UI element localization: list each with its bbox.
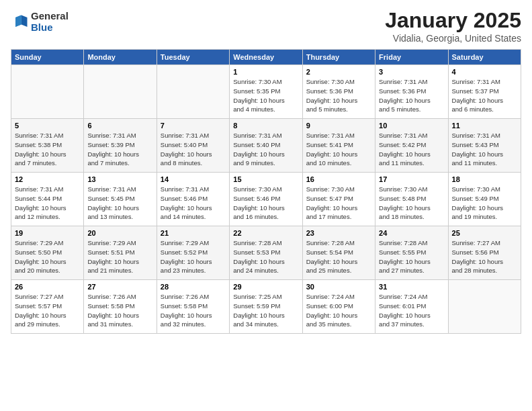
day-number: 22 — [233, 229, 298, 237]
day-info: Sunrise: 7:30 AMSunset: 5:46 PMDaylight:… — [233, 185, 298, 222]
day-number: 6 — [87, 122, 152, 130]
day-number: 30 — [306, 283, 371, 291]
calendar-header-friday: Friday — [375, 50, 448, 65]
day-info: Sunrise: 7:30 AMSunset: 5:35 PMDaylight:… — [233, 77, 298, 114]
day-number: 10 — [379, 122, 444, 130]
calendar-cell: 10Sunrise: 7:31 AMSunset: 5:42 PMDayligh… — [375, 119, 448, 173]
day-info: Sunrise: 7:31 AMSunset: 5:42 PMDaylight:… — [379, 131, 444, 168]
calendar-cell: 11Sunrise: 7:31 AMSunset: 5:43 PMDayligh… — [448, 119, 521, 173]
day-number: 2 — [306, 68, 371, 76]
day-info: Sunrise: 7:24 AMSunset: 6:01 PMDaylight:… — [379, 292, 444, 329]
calendar-cell: 1Sunrise: 7:30 AMSunset: 5:35 PMDaylight… — [230, 65, 302, 119]
day-info: Sunrise: 7:28 AMSunset: 5:53 PMDaylight:… — [233, 238, 298, 275]
calendar-header-saturday: Saturday — [448, 50, 521, 65]
day-number: 15 — [233, 175, 298, 183]
day-info: Sunrise: 7:29 AMSunset: 5:51 PMDaylight:… — [87, 238, 152, 275]
day-info: Sunrise: 7:30 AMSunset: 5:47 PMDaylight:… — [306, 185, 371, 222]
calendar-week-1: 1Sunrise: 7:30 AMSunset: 5:35 PMDaylight… — [11, 65, 521, 119]
calendar-header-sunday: Sunday — [11, 50, 84, 65]
day-number: 8 — [233, 122, 298, 130]
calendar-cell: 8Sunrise: 7:31 AMSunset: 5:40 PMDaylight… — [230, 119, 302, 173]
day-number: 7 — [161, 122, 226, 130]
day-info: Sunrise: 7:26 AMSunset: 5:58 PMDaylight:… — [161, 292, 226, 329]
logo-icon — [11, 13, 30, 32]
calendar-cell — [157, 65, 229, 119]
day-info: Sunrise: 7:31 AMSunset: 5:40 PMDaylight:… — [233, 131, 298, 168]
day-number: 3 — [379, 68, 444, 76]
calendar-cell: 25Sunrise: 7:27 AMSunset: 5:56 PMDayligh… — [448, 226, 521, 280]
day-info: Sunrise: 7:28 AMSunset: 5:54 PMDaylight:… — [306, 238, 371, 275]
calendar-cell: 14Sunrise: 7:31 AMSunset: 5:46 PMDayligh… — [157, 173, 229, 226]
day-number: 19 — [15, 229, 80, 237]
day-info: Sunrise: 7:31 AMSunset: 5:46 PMDaylight:… — [161, 185, 226, 222]
calendar-header-wednesday: Wednesday — [230, 50, 302, 65]
calendar-cell: 5Sunrise: 7:31 AMSunset: 5:38 PMDaylight… — [11, 119, 84, 173]
calendar-cell: 6Sunrise: 7:31 AMSunset: 5:39 PMDaylight… — [84, 119, 157, 173]
calendar-cell: 15Sunrise: 7:30 AMSunset: 5:46 PMDayligh… — [230, 173, 302, 226]
calendar-cell: 18Sunrise: 7:30 AMSunset: 5:49 PMDayligh… — [448, 173, 521, 226]
day-info: Sunrise: 7:31 AMSunset: 5:37 PMDaylight:… — [452, 77, 517, 114]
day-number: 16 — [306, 175, 371, 183]
day-number: 24 — [379, 229, 444, 237]
day-number: 17 — [379, 175, 444, 183]
calendar-cell — [448, 280, 521, 334]
day-number: 18 — [452, 175, 517, 183]
day-number: 21 — [161, 229, 226, 237]
page: General Blue January 2025 Vidalia, Georg… — [0, 0, 532, 411]
day-number: 12 — [15, 175, 80, 183]
calendar: SundayMondayTuesdayWednesdayThursdayFrid… — [11, 49, 521, 334]
calendar-cell: 16Sunrise: 7:30 AMSunset: 5:47 PMDayligh… — [302, 173, 375, 226]
calendar-week-5: 26Sunrise: 7:27 AMSunset: 5:57 PMDayligh… — [11, 280, 521, 334]
day-info: Sunrise: 7:31 AMSunset: 5:45 PMDaylight:… — [87, 185, 152, 222]
calendar-cell: 21Sunrise: 7:29 AMSunset: 5:52 PMDayligh… — [157, 226, 229, 280]
day-info: Sunrise: 7:31 AMSunset: 5:38 PMDaylight:… — [15, 131, 80, 168]
calendar-cell: 24Sunrise: 7:28 AMSunset: 5:55 PMDayligh… — [375, 226, 448, 280]
logo-blue: Blue — [31, 22, 69, 34]
day-number: 9 — [306, 122, 371, 130]
day-number: 29 — [233, 283, 298, 291]
calendar-cell: 9Sunrise: 7:31 AMSunset: 5:41 PMDaylight… — [302, 119, 375, 173]
calendar-cell: 17Sunrise: 7:30 AMSunset: 5:48 PMDayligh… — [375, 173, 448, 226]
title-block: January 2025 Vidalia, Georgia, United St… — [385, 8, 521, 44]
day-number: 25 — [452, 229, 517, 237]
calendar-week-3: 12Sunrise: 7:31 AMSunset: 5:44 PMDayligh… — [11, 173, 521, 226]
day-info: Sunrise: 7:31 AMSunset: 5:36 PMDaylight:… — [379, 77, 444, 114]
day-info: Sunrise: 7:29 AMSunset: 5:52 PMDaylight:… — [161, 238, 226, 275]
day-number: 1 — [233, 68, 298, 76]
day-number: 23 — [306, 229, 371, 237]
calendar-cell: 20Sunrise: 7:29 AMSunset: 5:51 PMDayligh… — [84, 226, 157, 280]
day-info: Sunrise: 7:29 AMSunset: 5:50 PMDaylight:… — [15, 238, 80, 275]
calendar-header-row: SundayMondayTuesdayWednesdayThursdayFrid… — [11, 50, 521, 65]
svg-marker-0 — [21, 15, 28, 27]
day-number: 11 — [452, 122, 517, 130]
day-number: 5 — [15, 122, 80, 130]
svg-marker-2 — [15, 15, 21, 27]
calendar-cell: 19Sunrise: 7:29 AMSunset: 5:50 PMDayligh… — [11, 226, 84, 280]
day-info: Sunrise: 7:26 AMSunset: 5:58 PMDaylight:… — [87, 292, 152, 329]
day-number: 14 — [161, 175, 226, 183]
day-number: 26 — [15, 283, 80, 291]
day-info: Sunrise: 7:30 AMSunset: 5:49 PMDaylight:… — [452, 185, 517, 222]
calendar-week-4: 19Sunrise: 7:29 AMSunset: 5:50 PMDayligh… — [11, 226, 521, 280]
logo-general: General — [31, 11, 69, 22]
day-number: 27 — [87, 283, 152, 291]
calendar-cell: 30Sunrise: 7:24 AMSunset: 6:00 PMDayligh… — [302, 280, 375, 334]
logo-text: General Blue — [31, 11, 69, 33]
day-info: Sunrise: 7:28 AMSunset: 5:55 PMDaylight:… — [379, 238, 444, 275]
day-info: Sunrise: 7:31 AMSunset: 5:44 PMDaylight:… — [15, 185, 80, 222]
calendar-cell: 12Sunrise: 7:31 AMSunset: 5:44 PMDayligh… — [11, 173, 84, 226]
calendar-cell: 2Sunrise: 7:30 AMSunset: 5:36 PMDaylight… — [302, 65, 375, 119]
calendar-cell: 27Sunrise: 7:26 AMSunset: 5:58 PMDayligh… — [84, 280, 157, 334]
calendar-cell: 28Sunrise: 7:26 AMSunset: 5:58 PMDayligh… — [157, 280, 229, 334]
day-number: 20 — [87, 229, 152, 237]
logo: General Blue — [11, 11, 69, 33]
day-info: Sunrise: 7:31 AMSunset: 5:43 PMDaylight:… — [452, 131, 517, 168]
subtitle: Vidalia, Georgia, United States — [385, 33, 521, 44]
calendar-cell: 31Sunrise: 7:24 AMSunset: 6:01 PMDayligh… — [375, 280, 448, 334]
day-info: Sunrise: 7:30 AMSunset: 5:36 PMDaylight:… — [306, 77, 371, 114]
calendar-header-tuesday: Tuesday — [157, 50, 229, 65]
day-number: 31 — [379, 283, 444, 291]
day-number: 4 — [452, 68, 517, 76]
calendar-cell — [84, 65, 157, 119]
calendar-header-monday: Monday — [84, 50, 157, 65]
